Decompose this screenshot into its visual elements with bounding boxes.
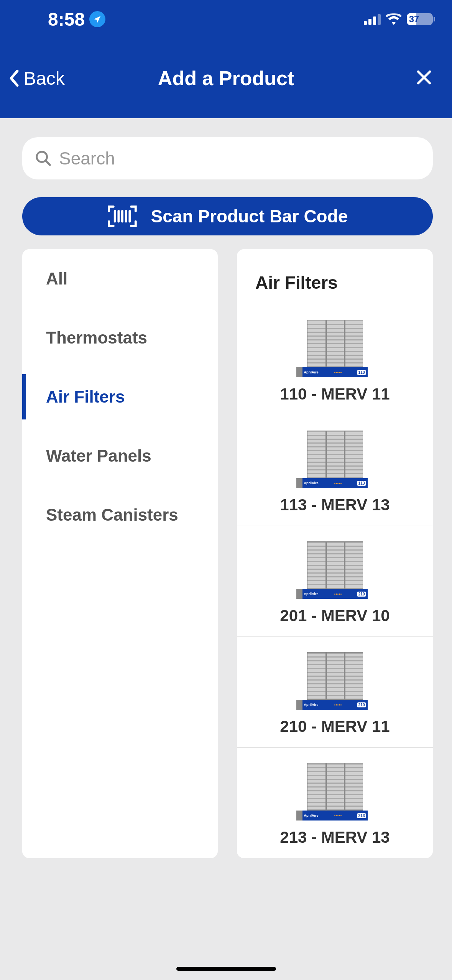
- page-title: Add a Product: [158, 67, 294, 90]
- close-button[interactable]: [415, 69, 433, 88]
- product-item-210[interactable]: AprilAire 210 210 - MERV 11: [237, 637, 433, 748]
- product-item-113[interactable]: AprilAire 113 113 - MERV 13: [237, 415, 433, 526]
- scan-button-label: Scan Product Bar Code: [151, 206, 348, 227]
- product-item-213[interactable]: AprilAire 213 213 - MERV 13: [237, 748, 433, 858]
- back-label: Back: [24, 68, 65, 89]
- product-item-110[interactable]: AprilAire 110 110 - MERV 11: [237, 304, 433, 415]
- product-name: 113 - MERV 13: [280, 496, 390, 514]
- status-indicators: 37: [364, 13, 433, 25]
- category-label: Steam Canisters: [46, 505, 178, 524]
- status-time-group: 8:58: [48, 9, 105, 30]
- chevron-left-icon: [8, 69, 21, 87]
- back-button[interactable]: Back: [8, 68, 65, 89]
- category-all[interactable]: All: [22, 249, 218, 308]
- category-thermostats[interactable]: Thermostats: [22, 308, 218, 367]
- product-name: 110 - MERV 11: [280, 385, 390, 403]
- battery-percent: 37: [409, 14, 419, 25]
- content-area: Search Scan Product Bar Code All Thermos…: [0, 118, 452, 858]
- product-image: AprilAire 113: [302, 431, 368, 488]
- product-image: AprilAire 213: [302, 763, 368, 821]
- cellular-signal-icon: [364, 13, 381, 25]
- status-time: 8:58: [48, 9, 85, 30]
- barcode-icon: [107, 205, 137, 227]
- product-image: AprilAire 110: [302, 320, 368, 377]
- battery-indicator: 37: [407, 13, 433, 25]
- category-steam-canisters[interactable]: Steam Canisters: [22, 485, 218, 544]
- scan-barcode-button[interactable]: Scan Product Bar Code: [22, 197, 433, 235]
- category-label: Thermostats: [46, 328, 147, 347]
- product-image: AprilAire 210: [302, 541, 368, 599]
- search-input[interactable]: Search: [22, 137, 433, 179]
- product-name: 213 - MERV 13: [280, 828, 390, 847]
- wifi-icon: [386, 13, 401, 25]
- product-image: AprilAire 210: [302, 652, 368, 710]
- close-icon: [415, 69, 433, 86]
- product-panel: Air Filters AprilAire 110 110 - MERV 11: [237, 249, 433, 858]
- product-item-201[interactable]: AprilAire 210 201 - MERV 10: [237, 526, 433, 637]
- category-water-panels[interactable]: Water Panels: [22, 426, 218, 485]
- nav-bar: Back Add a Product: [0, 38, 452, 118]
- search-placeholder: Search: [59, 148, 115, 169]
- product-panel-title: Air Filters: [237, 272, 433, 304]
- category-label: Air Filters: [46, 387, 125, 406]
- product-name: 210 - MERV 11: [280, 717, 390, 736]
- category-label: Water Panels: [46, 446, 151, 465]
- location-icon: [86, 8, 108, 30]
- category-label: All: [46, 269, 67, 288]
- product-name: 201 - MERV 10: [280, 607, 390, 625]
- category-air-filters[interactable]: Air Filters: [22, 367, 218, 426]
- status-bar: 8:58 37: [0, 0, 452, 38]
- category-panel: All Thermostats Air Filters Water Panels…: [22, 249, 218, 858]
- svg-line-3: [46, 161, 50, 165]
- home-indicator[interactable]: [176, 967, 276, 971]
- panels-row: All Thermostats Air Filters Water Panels…: [22, 249, 433, 858]
- search-icon: [35, 150, 52, 167]
